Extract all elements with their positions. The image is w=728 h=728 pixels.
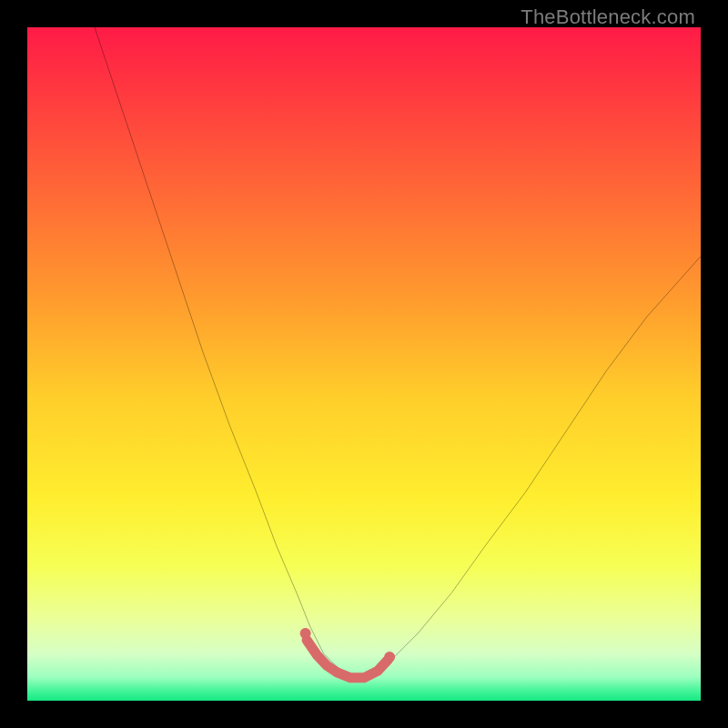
valley-highlight [300,628,396,678]
valley-endpoint-0 [300,628,311,639]
watermark-text: TheBottleneck.com [521,5,695,29]
valley-endpoint-1 [384,652,395,662]
series-left-curve [95,27,350,677]
chart-frame: TheBottleneck.com [0,0,728,728]
curves-layer [27,27,701,701]
valley-highlight-stroke [307,640,388,677]
series-group [95,27,701,679]
series-right-curve [364,257,701,677]
plot-area [27,27,701,701]
